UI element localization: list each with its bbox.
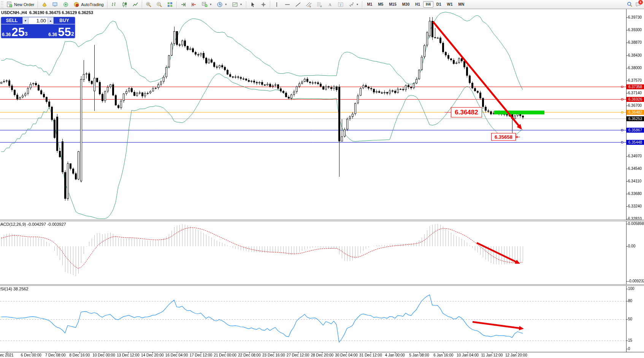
time-axis-label: 4 Jan 00:00 bbox=[385, 353, 405, 357]
trendline-icon bbox=[295, 2, 301, 8]
cursor-icon bbox=[250, 2, 256, 8]
arrows-button[interactable]: ▼ bbox=[346, 0, 361, 9]
buy-button[interactable]: BUY bbox=[54, 17, 75, 24]
time-axis-label: 22 Dec 08:00 bbox=[238, 353, 261, 357]
bid-price-sup: 3 bbox=[25, 31, 28, 36]
timeframe-m1-button[interactable]: M1 bbox=[364, 1, 375, 8]
timeframe-mn-button[interactable]: MN bbox=[456, 1, 467, 8]
notifications-icon[interactable]: 1 bbox=[635, 2, 641, 8]
toolbar-separator bbox=[38, 1, 38, 8]
chart-shift-button[interactable] bbox=[189, 0, 199, 9]
text-label-icon: T bbox=[338, 2, 344, 8]
chevron-down-icon[interactable]: ▼ bbox=[225, 3, 227, 6]
chart-shift-icon bbox=[191, 2, 197, 8]
fibonacci-button[interactable]: F bbox=[314, 0, 325, 9]
timeframe-h4-button[interactable]: H4 bbox=[423, 1, 433, 8]
search-icon[interactable] bbox=[627, 2, 633, 8]
text-button[interactable]: A bbox=[325, 0, 335, 9]
indicator-axis-label: 0 bbox=[628, 347, 630, 351]
time-axis-label: 8 Dec 16:00 bbox=[69, 353, 90, 357]
sell-button[interactable]: SELL bbox=[1, 17, 22, 24]
time-axis-label: 10 Jan 04:00 bbox=[457, 353, 479, 357]
svg-text:F: F bbox=[320, 5, 322, 8]
channel-icon: E bbox=[306, 2, 312, 8]
indicator-axis-label: 0.005898 bbox=[628, 222, 644, 226]
ask-price[interactable]: 6.36552 bbox=[48, 24, 75, 38]
line-chart-button[interactable] bbox=[130, 0, 141, 9]
metaeditor-button[interactable] bbox=[50, 0, 60, 9]
period-button[interactable]: ▼ bbox=[214, 0, 230, 9]
trendline-button[interactable] bbox=[293, 0, 303, 9]
new-order-button-label: New Order bbox=[14, 2, 34, 7]
crosshair-button[interactable] bbox=[258, 0, 269, 9]
timeframe-toolbar: M1M5M15M30H1H4D1W1MN bbox=[364, 1, 467, 8]
price-axis-label: 6.37140 bbox=[628, 91, 642, 95]
mt4-window: { "toolbar": { "new_order_label": "New O… bbox=[0, 0, 644, 358]
toolbar-separator bbox=[362, 1, 362, 8]
chart-canvas[interactable] bbox=[0, 0, 644, 358]
indicator-axis-label: 50 bbox=[628, 317, 632, 321]
toolbar-separator bbox=[176, 1, 177, 8]
time-axis-label: 10 Dec 00:00 bbox=[92, 353, 115, 357]
autotrading-icon bbox=[73, 2, 79, 8]
ask-price-prefix: 6.36 bbox=[48, 32, 57, 37]
ask-price-sup: 2 bbox=[71, 31, 74, 36]
chevron-down-icon[interactable]: ▼ bbox=[356, 3, 359, 6]
price-axis-badge: 6.35448 bbox=[627, 140, 644, 145]
bid-price-big: 25 bbox=[12, 27, 25, 37]
signals-icon bbox=[63, 2, 69, 8]
chevron-down-icon[interactable]: ▼ bbox=[240, 3, 243, 6]
tile-windows-button[interactable] bbox=[165, 0, 175, 9]
autotrading-button[interactable]: AutoTrading bbox=[71, 0, 106, 9]
macd-pane-splitter[interactable] bbox=[0, 220, 644, 221]
toolbar-grip[interactable] bbox=[1, 1, 3, 8]
candlestick-button[interactable] bbox=[119, 0, 130, 9]
macd-value-2: -0.003927 bbox=[47, 222, 66, 227]
time-axis-label: 11 Jan 12:00 bbox=[481, 353, 503, 357]
timeframe-m30-button[interactable]: M30 bbox=[400, 1, 412, 8]
zoom-in-button[interactable] bbox=[143, 0, 154, 9]
price-axis-label: 6.33240 bbox=[628, 204, 642, 208]
vline-button[interactable] bbox=[271, 0, 282, 9]
price-axis-badge: 6.36253 bbox=[627, 116, 644, 121]
price-axis-badge: 6.36482 bbox=[627, 110, 644, 115]
zoom-out-button[interactable] bbox=[154, 0, 165, 9]
bar-chart-button[interactable] bbox=[109, 0, 119, 9]
volume-input[interactable]: 1.00 bbox=[29, 17, 48, 24]
auto-scroll-button[interactable] bbox=[178, 0, 189, 9]
hline-button[interactable] bbox=[282, 0, 293, 9]
channel-button[interactable]: E bbox=[303, 0, 314, 9]
new-chart-button[interactable]: ▼ bbox=[199, 0, 214, 9]
toolbar: New OrderAutoTrading▼▼▼EFAT▼ M1M5M15M30H… bbox=[0, 0, 644, 9]
text-label-button[interactable]: T bbox=[335, 0, 346, 9]
notification-count-badge: 1 bbox=[638, 0, 643, 5]
timeframe-d1-button[interactable]: D1 bbox=[434, 1, 444, 8]
rsi-pane-splitter[interactable] bbox=[0, 284, 644, 286]
svg-text:T: T bbox=[339, 3, 342, 7]
time-axis-label: 6 Jan 16:00 bbox=[433, 353, 453, 357]
new-order-button[interactable]: New Order bbox=[4, 0, 36, 9]
time-axis-label: 28 Dec 20:00 bbox=[311, 353, 334, 357]
template-icon bbox=[232, 2, 238, 8]
volume-up-button[interactable]: ▲ bbox=[48, 17, 54, 24]
chevron-down-icon[interactable]: ▼ bbox=[209, 3, 212, 6]
price-axis-label: 6.38000 bbox=[628, 66, 642, 70]
template-button[interactable]: ▼ bbox=[230, 0, 245, 9]
volume-down-button[interactable]: ▼ bbox=[22, 17, 29, 24]
cursor-button[interactable] bbox=[247, 0, 258, 9]
timeframe-m15-button[interactable]: M15 bbox=[386, 1, 399, 8]
resistance-price-tag[interactable]: 6.36482 bbox=[451, 107, 482, 117]
metaeditor-icon bbox=[52, 2, 58, 8]
macd-value-1: -0.004297 bbox=[27, 222, 46, 227]
alerts-button[interactable] bbox=[39, 0, 50, 9]
autotrading-button-label: AutoTrading bbox=[81, 2, 104, 7]
timeframe-m5-button[interactable]: M5 bbox=[375, 1, 386, 8]
timeframe-w1-button[interactable]: W1 bbox=[444, 1, 455, 8]
time-axis-label: 31 Dec 12:00 bbox=[359, 353, 382, 357]
macd-name: MACD(12,26,9) bbox=[0, 222, 26, 227]
timeframe-h1-button[interactable]: H1 bbox=[412, 1, 423, 8]
support-price-tag[interactable]: 6.35658 bbox=[491, 133, 516, 141]
bid-price[interactable]: 6.36253 bbox=[1, 24, 29, 38]
time-axis-label: 21 Dec 00:00 bbox=[214, 353, 236, 357]
signals-button[interactable] bbox=[60, 0, 71, 9]
